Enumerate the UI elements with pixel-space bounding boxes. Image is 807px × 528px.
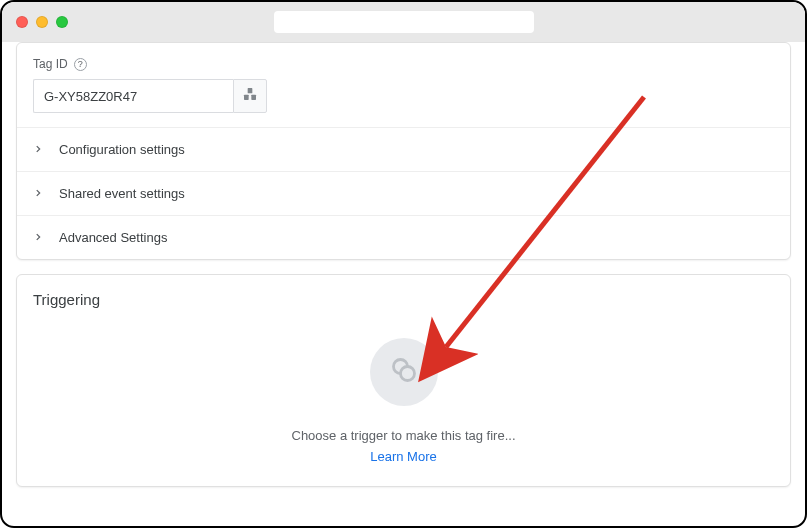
trigger-icon [390, 356, 418, 388]
traffic-lights [16, 16, 68, 28]
tag-id-label: Tag ID [33, 57, 68, 71]
address-bar[interactable] [274, 11, 534, 33]
triggering-empty-state: Choose a trigger to make this tag fire..… [17, 312, 790, 486]
chevron-right-icon [33, 186, 43, 201]
advanced-settings-row[interactable]: Advanced Settings [17, 215, 790, 259]
browser-window: Tag ID ? Configuration settings [0, 0, 807, 528]
window-titlebar [2, 2, 805, 42]
variable-picker-button[interactable] [233, 79, 267, 113]
configuration-settings-row[interactable]: Configuration settings [17, 127, 790, 171]
window-close-button[interactable] [16, 16, 28, 28]
svg-rect-2 [248, 88, 253, 93]
configuration-settings-label: Configuration settings [59, 142, 185, 157]
page-content: Tag ID ? Configuration settings [2, 42, 805, 501]
advanced-settings-label: Advanced Settings [59, 230, 167, 245]
triggering-title: Triggering [17, 275, 790, 312]
learn-more-link[interactable]: Learn More [370, 449, 436, 464]
shared-event-settings-row[interactable]: Shared event settings [17, 171, 790, 215]
triggering-card: Triggering Choose a trigger to make this… [16, 274, 791, 487]
choose-trigger-button[interactable] [370, 338, 438, 406]
tag-config-card: Tag ID ? Configuration settings [16, 42, 791, 260]
svg-rect-0 [244, 95, 249, 100]
window-minimize-button[interactable] [36, 16, 48, 28]
svg-rect-1 [251, 95, 256, 100]
help-icon[interactable]: ? [74, 58, 87, 71]
chevron-right-icon [33, 142, 43, 157]
chevron-right-icon [33, 230, 43, 245]
shared-event-settings-label: Shared event settings [59, 186, 185, 201]
building-block-icon [242, 86, 258, 106]
svg-point-4 [400, 367, 414, 381]
tag-id-input[interactable] [33, 79, 233, 113]
window-zoom-button[interactable] [56, 16, 68, 28]
trigger-prompt-text: Choose a trigger to make this tag fire..… [292, 428, 516, 443]
